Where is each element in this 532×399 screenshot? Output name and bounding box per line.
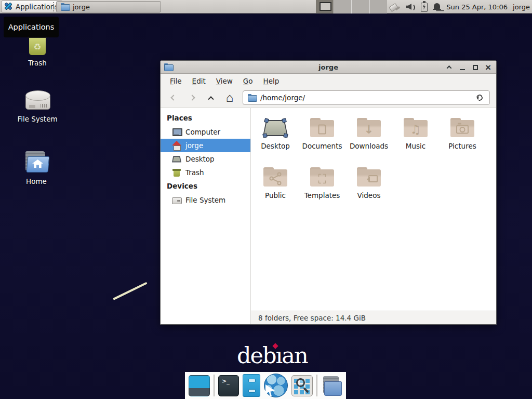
back-icon: [170, 95, 176, 100]
minimize-icon: [460, 69, 465, 70]
folder-item-desktop[interactable]: Desktop: [252, 115, 299, 165]
sidebar-devices-header: Devices: [161, 179, 250, 193]
workspace-1[interactable]: [316, 0, 334, 14]
desktop-icon-label: File System: [17, 115, 57, 123]
folder-item-documents[interactable]: Documents: [299, 115, 345, 165]
folder-label: Public: [265, 191, 286, 200]
folder-item-music[interactable]: Music: [392, 115, 439, 165]
file-manager-window: jorge File Edit View Go Help /home/jorge…: [160, 60, 497, 325]
workspace-window-preview: [320, 2, 331, 11]
minimize-button[interactable]: [457, 62, 468, 73]
maximize-button[interactable]: [470, 62, 481, 73]
computer-icon: [172, 128, 181, 137]
maximize-icon: [473, 65, 478, 70]
sidebar: Places Computer jorge Desktop Trash Devi…: [161, 108, 251, 324]
workspace-2[interactable]: [334, 0, 352, 14]
window-titlebar[interactable]: jorge: [161, 61, 496, 74]
web-browser-icon[interactable]: [264, 374, 288, 397]
application-finder-icon[interactable]: [291, 375, 313, 396]
folder-label: Downloads: [350, 142, 388, 150]
show-desktop-icon[interactable]: [189, 375, 210, 396]
workspace-4[interactable]: [370, 0, 388, 14]
folder-item-public[interactable]: Public: [252, 165, 299, 214]
sidebar-item-label: jorge: [185, 141, 203, 150]
menu-file[interactable]: File: [165, 75, 187, 87]
hard-drive-icon: [24, 87, 51, 112]
shade-button[interactable]: [444, 62, 455, 73]
battery-charging-icon[interactable]: [421, 3, 428, 12]
address-text[interactable]: /home/jorge/: [260, 94, 471, 102]
desktop-icon-label: Trash: [28, 59, 47, 67]
folder-item-videos[interactable]: Videos: [345, 165, 392, 214]
debian-logo-text: debıan: [237, 342, 308, 368]
sidebar-item-file-system[interactable]: File System: [161, 193, 250, 207]
taskbar-handle[interactable]: [53, 2, 55, 11]
up-icon: [208, 96, 214, 102]
folder-public-icon: [263, 165, 288, 190]
file-folder-icon[interactable]: [321, 375, 342, 396]
desktop-icon-file-system[interactable]: File System: [9, 87, 65, 123]
forward-icon: [189, 95, 195, 100]
chevron-up-icon: [447, 65, 452, 71]
panel-username[interactable]: jorge: [513, 3, 530, 11]
folder-label: Pictures: [448, 142, 476, 150]
home-button[interactable]: [221, 90, 238, 105]
reload-icon: [475, 94, 484, 102]
sidebar-item-jorge[interactable]: jorge: [161, 139, 250, 152]
close-button[interactable]: [483, 62, 494, 73]
menu-help[interactable]: Help: [258, 75, 285, 87]
folder-label: Videos: [357, 191, 381, 200]
window-body: Places Computer jorge Desktop Trash Devi…: [161, 108, 496, 324]
folder-documents-icon: [310, 115, 335, 140]
dock-separator: [316, 375, 317, 396]
folder-videos-icon: [356, 165, 381, 190]
back-button[interactable]: [165, 90, 182, 105]
dock-separator: [214, 375, 215, 396]
house-glyph: [32, 159, 43, 168]
sidebar-item-label: Desktop: [185, 155, 215, 163]
tray-tool-icon[interactable]: [389, 2, 401, 11]
terminal-icon[interactable]: [218, 375, 239, 396]
menu-view[interactable]: View: [211, 75, 238, 87]
debian-logo: debıan: [237, 342, 304, 368]
sidebar-item-trash[interactable]: Trash: [161, 166, 250, 179]
file-cabinet-icon[interactable]: [243, 374, 260, 397]
desktop-icon-home[interactable]: Home: [8, 150, 64, 185]
reload-button[interactable]: [475, 93, 485, 102]
cursor-glyph: [265, 384, 275, 396]
address-bar[interactable]: /home/jorge/: [243, 90, 490, 105]
home-icon: [172, 141, 181, 150]
taskbar-window-label: jorge: [73, 3, 90, 11]
sidebar-item-label: File System: [185, 196, 225, 204]
workspace-3[interactable]: [352, 0, 370, 14]
volume-icon[interactable]: [406, 3, 416, 11]
notifications-bell-icon[interactable]: [433, 3, 441, 11]
folder-item-downloads[interactable]: Downloads: [345, 115, 392, 165]
folder-templates-icon: [310, 165, 335, 190]
folder-downloads-icon: [356, 115, 381, 140]
wallpaper-line-artifact: [113, 282, 147, 300]
top-panel: Applications jorge Sun 25 Apr, 10:06 jor…: [0, 0, 532, 14]
drive-icon: [172, 196, 181, 205]
taskbar-window-button[interactable]: jorge: [56, 1, 161, 12]
folder-icon: [61, 3, 69, 10]
sidebar-item-label: Trash: [185, 168, 204, 177]
forward-button[interactable]: [183, 90, 201, 105]
workspace-switcher: [316, 0, 387, 14]
sidebar-item-desktop[interactable]: Desktop: [161, 152, 250, 166]
file-icon-view: Desktop Documents Downloads Music Pictur…: [251, 108, 496, 311]
status-text: 8 folders, Free space: 14.4 GiB: [258, 314, 366, 322]
menu-go[interactable]: Go: [238, 75, 258, 87]
folder-item-pictures[interactable]: Pictures: [439, 115, 486, 165]
home-folder-icon: [23, 150, 50, 175]
status-bar: 8 folders, Free space: 14.4 GiB: [251, 311, 496, 324]
up-button[interactable]: [202, 90, 220, 105]
panel-clock[interactable]: Sun 25 Apr, 10:06: [446, 3, 508, 11]
sidebar-item-computer[interactable]: Computer: [161, 125, 250, 139]
applications-menu-label: Applications: [16, 3, 58, 11]
window-controls: [444, 61, 494, 74]
folder-item-templates[interactable]: Templates: [299, 165, 345, 214]
menu-edit[interactable]: Edit: [187, 75, 211, 87]
folder-pictures-icon: [450, 115, 475, 140]
navigation-toolbar: /home/jorge/: [161, 88, 496, 108]
